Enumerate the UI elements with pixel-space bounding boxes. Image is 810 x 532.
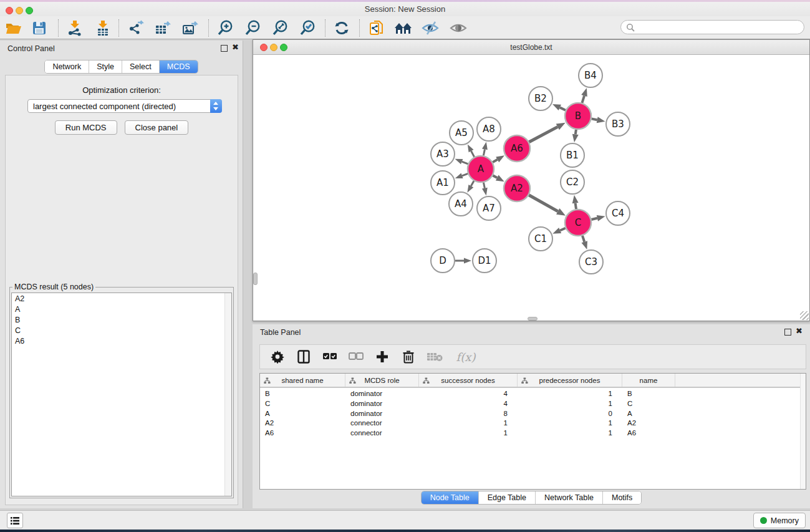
delete-column-button[interactable]: [400, 348, 417, 365]
table-settings-button[interactable]: [269, 348, 286, 365]
edge-C-C3[interactable]: [582, 236, 587, 249]
cell-shared-name[interactable]: B: [260, 389, 345, 399]
zoom-selected-button[interactable]: [297, 19, 317, 37]
node-A4[interactable]: A4: [449, 192, 473, 216]
cell-successor-nodes[interactable]: 4: [419, 399, 518, 409]
cell-MCDS-role[interactable]: connector: [345, 428, 419, 438]
result-item-A2[interactable]: A2: [12, 293, 231, 304]
cell-predecessor-nodes[interactable]: 1: [518, 399, 622, 409]
tab-motifs[interactable]: Motifs: [603, 491, 641, 504]
run-mcds-button[interactable]: Run MCDS: [55, 120, 117, 135]
cell-predecessor-nodes[interactable]: 1: [518, 418, 622, 428]
node-C4[interactable]: C4: [606, 201, 630, 225]
tab-style[interactable]: Style: [89, 60, 122, 73]
cell-name[interactable]: A6: [622, 428, 675, 438]
edge-C-C2[interactable]: [572, 195, 579, 209]
column-header-successor-nodes[interactable]: successor nodes: [419, 374, 518, 387]
cell-MCDS-role[interactable]: dominator: [345, 409, 419, 419]
cell-successor-nodes[interactable]: 1: [419, 418, 518, 428]
column-header-shared-name[interactable]: shared name: [260, 374, 345, 387]
refresh-view-button[interactable]: [332, 19, 352, 37]
cell-shared-name[interactable]: A: [260, 409, 345, 419]
cell-name[interactable]: A2: [622, 418, 675, 428]
edge-A-A4[interactable]: [467, 181, 474, 193]
network-window-titlebar[interactable]: testGlobe.txt: [253, 40, 809, 55]
node-C2[interactable]: C2: [561, 170, 584, 194]
memory-button[interactable]: Memory: [753, 513, 806, 528]
node-A8[interactable]: A8: [477, 117, 501, 141]
node-A[interactable]: A: [468, 156, 494, 182]
cell-predecessor-nodes[interactable]: 1: [518, 389, 622, 399]
network-horizontal-scrollbar[interactable]: [528, 317, 538, 321]
result-item-C[interactable]: C: [12, 325, 231, 336]
edge-A-A2[interactable]: [493, 175, 504, 182]
result-item-B[interactable]: B: [12, 314, 231, 325]
table-row-C[interactable]: Cdominator41C: [260, 399, 806, 409]
cell-successor-nodes[interactable]: 4: [419, 389, 518, 399]
session-titlebar[interactable]: Session: New Session: [0, 2, 810, 16]
cell-name[interactable]: A: [622, 409, 675, 419]
node-A5[interactable]: A5: [450, 121, 473, 145]
tab-network[interactable]: Network: [45, 60, 89, 73]
node-A3[interactable]: A3: [431, 142, 455, 166]
result-item-A[interactable]: A: [12, 304, 231, 314]
network-canvas[interactable]: B4B2BB3A8A5A6A3B1AA1C2A2A4A7C4CC1DD1C3: [253, 56, 809, 321]
node-B1[interactable]: B1: [561, 143, 584, 167]
cell-MCDS-role[interactable]: dominator: [345, 399, 419, 409]
node-A1[interactable]: A1: [431, 171, 455, 195]
cell-predecessor-nodes[interactable]: 1: [518, 428, 622, 438]
node-A7[interactable]: A7: [477, 196, 501, 220]
edge-B-B3[interactable]: [592, 117, 605, 123]
node-B[interactable]: B: [565, 103, 591, 129]
network-vertical-scrollbar[interactable]: [253, 273, 258, 285]
edge-A-A8[interactable]: [482, 142, 488, 156]
import-network-button[interactable]: [65, 19, 85, 37]
node-A2[interactable]: A2: [504, 175, 530, 201]
table-row-A[interactable]: Adominator80A: [260, 409, 806, 419]
select-all-button[interactable]: [321, 348, 339, 365]
edge-C-C4[interactable]: [591, 215, 605, 221]
column-header-MCDS-role[interactable]: MCDS role: [345, 374, 419, 387]
tab-node-table[interactable]: Node Table: [422, 491, 479, 504]
edge-D-D1[interactable]: [455, 258, 471, 264]
import-table-button[interactable]: [93, 19, 113, 37]
edge-A-A3[interactable]: [455, 159, 468, 165]
node-D[interactable]: D: [431, 249, 455, 273]
search-input[interactable]: [620, 20, 804, 34]
export-image-button[interactable]: [180, 19, 200, 37]
float-panel-icon[interactable]: [221, 45, 228, 52]
edge-C-C1[interactable]: [552, 228, 566, 234]
cell-MCDS-role[interactable]: dominator: [345, 389, 419, 399]
edge-A-A1[interactable]: [455, 173, 468, 178]
home-button[interactable]: [393, 19, 413, 37]
cell-name[interactable]: C: [622, 399, 675, 409]
task-history-button[interactable]: [7, 513, 23, 528]
close-table-panel-icon[interactable]: ✖: [796, 326, 803, 336]
edge-A2-C[interactable]: [529, 195, 566, 216]
edge-B-B4[interactable]: [581, 88, 587, 103]
export-table-button[interactable]: [153, 19, 173, 37]
node-B4[interactable]: B4: [579, 64, 602, 87]
cell-shared-name[interactable]: A6: [260, 428, 345, 438]
tab-edge-table[interactable]: Edge Table: [479, 491, 536, 504]
column-header-name[interactable]: name: [622, 374, 675, 387]
show-eye-button[interactable]: [448, 19, 468, 37]
add-column-button[interactable]: [374, 348, 391, 365]
clone-network-button[interactable]: [367, 19, 387, 37]
cell-shared-name[interactable]: A2: [260, 418, 345, 428]
node-D1[interactable]: D1: [473, 249, 496, 273]
hide-panels-button[interactable]: [420, 19, 440, 37]
cell-name[interactable]: B: [622, 389, 675, 399]
criterion-dropdown[interactable]: largest connected component (directed): [27, 99, 222, 113]
window-resize-grip[interactable]: [800, 311, 809, 320]
zoom-in-button[interactable]: [215, 19, 235, 37]
tab-select[interactable]: Select: [122, 60, 160, 73]
edge-A6-B[interactable]: [529, 123, 565, 142]
cell-successor-nodes[interactable]: 8: [419, 409, 518, 419]
tab-network-table[interactable]: Network Table: [536, 491, 603, 504]
table-row-A6[interactable]: A6connector11A6: [260, 428, 806, 438]
edge-A-A6[interactable]: [493, 155, 504, 162]
close-panel-button[interactable]: Close panel: [125, 120, 189, 135]
table-scrollbar[interactable]: [800, 374, 806, 489]
tab-mcds[interactable]: MCDS: [160, 60, 198, 73]
